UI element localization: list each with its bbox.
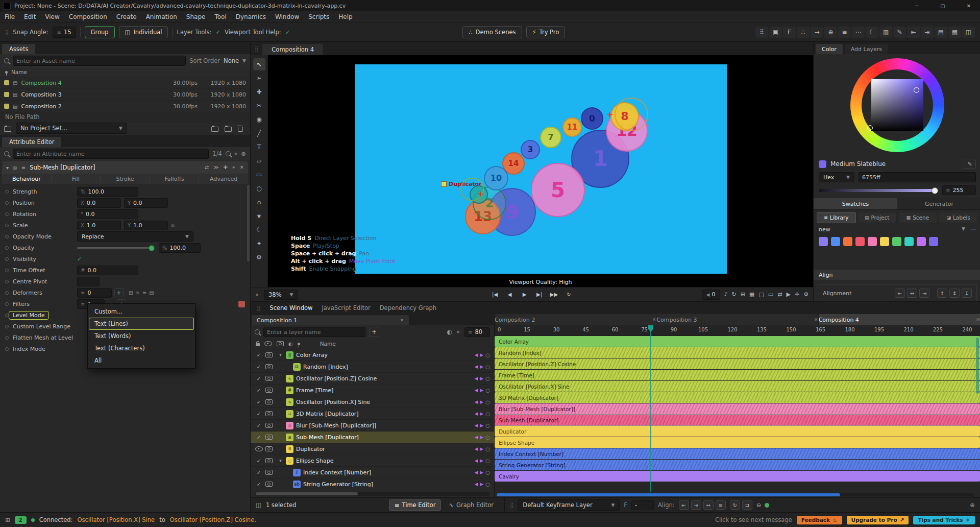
output-arrow-icon[interactable]: ▶ [480,388,483,393]
tab-advanced[interactable]: Advanced [199,176,248,182]
timeline-track[interactable]: Index Context [Number] [495,448,980,459]
swatch[interactable] [929,237,938,246]
menu-shape[interactable]: Shape [182,13,210,20]
target-icon[interactable]: ⌖ [234,150,237,157]
align-top-icon[interactable]: ↥ [937,289,947,298]
assets-panel-tab[interactable]: Assets [2,44,35,54]
bounds-icon[interactable]: ▢ [758,291,764,298]
swatch[interactable] [904,237,914,246]
pin-icon[interactable] [5,71,8,74]
pen-icon[interactable]: ✎ [893,27,906,38]
drag-handle-icon[interactable]: ⣿ [5,30,9,35]
more-icon[interactable]: ⋯ [852,27,865,38]
menu-item-text-words[interactable]: Text (Words) [89,330,194,342]
move-tool[interactable]: ✚ [253,86,265,98]
close-icon[interactable]: ✕ [652,317,656,322]
tab-falloffs[interactable]: Falloffs [150,176,200,182]
pin-icon[interactable] [298,343,300,345]
message-count-badge[interactable]: 2 [15,516,27,524]
upgrade-button[interactable]: Upgrade to Pro ↗ [847,516,909,524]
align-bottom-icon[interactable]: ↧ [962,289,972,298]
swatch-set-row[interactable]: new ▼ ⋯ [814,225,980,234]
viewport-circle[interactable]: 5 [531,163,585,217]
grid-dots-icon[interactable]: ⠿ [755,27,768,38]
ellipse-tool[interactable]: ○ [253,182,265,195]
direct-select-tool[interactable]: ➢ [253,72,265,84]
time-editor-button[interactable]: ≡ Time Editor [389,499,441,511]
collapse-caret-icon[interactable]: ▾ [6,165,9,171]
sort-order-value[interactable]: None [224,57,239,64]
zoom-knob[interactable] [765,503,769,508]
swatch[interactable] [892,237,901,246]
target-icon[interactable]: ⌖ [232,164,235,171]
frame-icon[interactable]: F [783,27,796,38]
layer-row[interactable]: ✓▾⣿Color Array◀▶○ [251,349,494,361]
viewport-circle[interactable]: 3 [521,140,540,159]
viewport-circle[interactable]: 0 [581,107,603,130]
expander-caret[interactable]: ▾ [278,458,283,463]
connection-circle-icon[interactable]: ○ [485,458,490,464]
save-folder-icon[interactable] [225,127,232,132]
hue-indicator[interactable] [867,125,873,131]
attribute-search-input[interactable] [13,149,209,159]
maximize-button[interactable]: ▢ [932,0,954,11]
menu-file[interactable]: File [0,13,19,20]
timeline-track[interactable]: Cavalry [495,471,980,482]
polygon-tool[interactable]: ⌂ [253,196,265,208]
expander-caret[interactable]: ▾ [278,352,283,357]
asset-row[interactable]: ▤Composition 330.00fps1920 x 1080 [0,89,250,101]
falloff-icon[interactable]: ≋ [135,290,139,296]
layer-row[interactable]: ✓◎Blur [Sub-Mesh [Duplicator]]◀▶○ [251,420,494,432]
next-message-link[interactable]: Click to see next message [715,516,792,523]
layer-row[interactable]: ✓⚄Random [Index]◀▶○ [251,361,494,373]
input-arrow-icon[interactable]: ◀ [474,482,478,487]
input-arrow-icon[interactable]: ◀ [474,364,478,369]
export-icon[interactable]: → [811,27,823,38]
go-end-button[interactable]: ▶▶ [548,290,560,300]
layer-row[interactable]: ⠿Duplicator◀▶○ [251,443,494,455]
expand-icon[interactable]: » [255,291,259,298]
alpha-slider[interactable] [819,189,938,192]
list-icon[interactable]: ≡ [838,27,851,38]
zoom-icon[interactable] [226,151,231,156]
zoom-out-icon[interactable]: ⊖ [756,501,762,509]
loop-icon[interactable]: ↻ [730,500,740,510]
loop-button[interactable]: ↻ [563,290,575,300]
text-tool[interactable]: T [253,141,265,153]
layer-row[interactable]: ✓abString Generator [String]◀▶○ [251,478,494,490]
timeline-track[interactable]: Blur [Sub-Mesh [Duplicator]] [495,403,980,414]
scale-y-input[interactable]: Y1.0 [124,221,168,230]
arc-icon[interactable]: ☾ [866,27,878,38]
swatch[interactable] [868,237,877,246]
viewport[interactable]: ↖➢✚✂◉╱T▱▭○⌂★☾✦⚙ Duplicator 1591213280117… [251,55,813,287]
timeline-h-scrollbar[interactable] [497,493,974,496]
scatter-icon[interactable]: ∴ [797,27,810,38]
menu-view[interactable]: View [40,13,64,20]
layout-grid-icon[interactable]: ⊞ [5,516,10,523]
visibility-checkbox[interactable]: ✓ [255,364,263,370]
feedback-button[interactable]: Feedback ♨ [797,516,842,524]
connection-dot[interactable] [5,291,9,295]
connection-dot[interactable] [5,302,9,306]
asset-row[interactable]: ▤Composition 430.00fps1920 x 1080 [0,77,250,89]
arc-tool[interactable]: ☾ [253,224,265,236]
expand-icon[interactable]: ≫ [213,164,218,171]
connection-circle-icon[interactable]: ○ [485,364,490,370]
connection-dot[interactable] [5,212,9,216]
asset-row[interactable]: ▤Composition 230.00fps1920 x 1080 [0,101,250,112]
playhead[interactable] [650,325,651,492]
level-mode-label[interactable]: Level Mode [9,311,49,320]
timeline-track[interactable]: String Generator [String] [495,460,980,470]
timeline-track[interactable]: Sub-Mesh [Duplicator] [495,415,980,425]
connection-dot[interactable] [5,269,9,272]
scale-x-input[interactable]: X1.0 [77,221,121,230]
timeline-tab-composition-3[interactable]: Composition 3✕ [656,314,818,325]
snap-angle-input[interactable]: ≡ 15 [53,27,76,38]
menu-composition[interactable]: Composition [64,13,112,20]
connection-circle-icon[interactable]: ○ [485,482,490,487]
layer-row[interactable]: ✓∿Oscillator [Position.Z] Cosine◀▶○ [251,373,494,385]
asset-search-input[interactable] [13,56,186,66]
layer-row[interactable]: ✓∷3D Matrix [Duplicator]◀▶○ [251,408,494,420]
connection-dot[interactable] [5,280,9,283]
prev-frame-button[interactable]: ◀ [504,290,516,300]
